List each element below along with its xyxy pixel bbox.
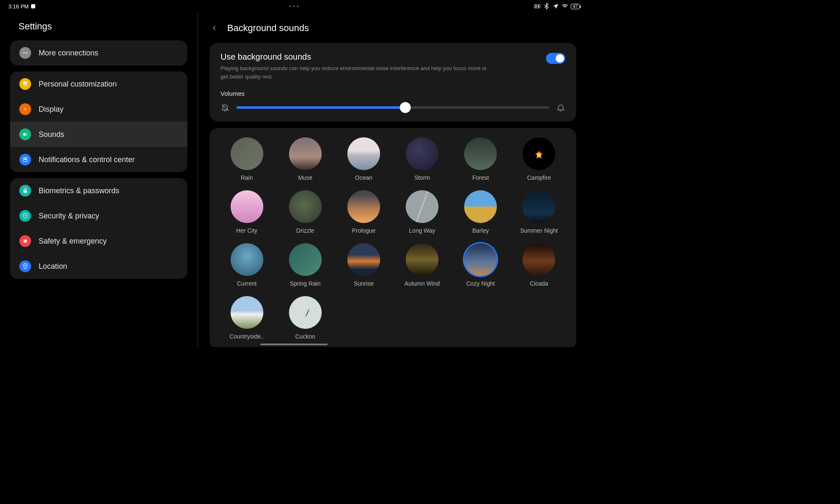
sound-label: Countryside.. bbox=[229, 333, 264, 340]
svg-point-2 bbox=[25, 52, 26, 54]
sound-thumbnail bbox=[289, 243, 322, 276]
sound-option-countryside-[interactable]: Countryside.. bbox=[220, 296, 273, 340]
sound-option-cozy-night[interactable]: Cozy Night bbox=[454, 243, 507, 287]
sidebar-item-personal-customization[interactable]: Personal customization bbox=[10, 71, 187, 97]
sound-option-long-way[interactable]: Long Way bbox=[396, 190, 448, 234]
svg-point-1 bbox=[23, 52, 24, 54]
svg-rect-4 bbox=[23, 81, 27, 84]
sound-icon bbox=[19, 129, 31, 140]
volume-label: Volumes bbox=[220, 90, 565, 97]
svg-rect-8 bbox=[24, 190, 27, 193]
sidebar-item-notifications-control-center[interactable]: Notifications & control center bbox=[10, 147, 187, 172]
sound-option-barley[interactable]: Barley bbox=[454, 190, 507, 234]
sidebar-item-more-connections[interactable]: More connections bbox=[10, 40, 187, 66]
sound-thumbnail bbox=[289, 137, 322, 170]
wifi-icon bbox=[562, 3, 568, 10]
status-time: 3:16 PM bbox=[8, 3, 29, 10]
sound-option-campfire[interactable]: Campfire bbox=[513, 137, 565, 181]
sound-thumbnail bbox=[231, 243, 263, 276]
sound-label: Muse bbox=[298, 174, 312, 181]
sidebar-item-security-privacy[interactable]: Security & privacy bbox=[10, 203, 187, 228]
volume-thumb[interactable] bbox=[400, 102, 411, 113]
sidebar-item-label: Sounds bbox=[39, 130, 64, 139]
sidebar-item-label: Security & privacy bbox=[39, 212, 99, 220]
bluetooth-icon bbox=[543, 3, 550, 10]
location-status-icon bbox=[552, 3, 559, 10]
sound-option-summer-night[interactable]: Summer Night bbox=[513, 190, 565, 234]
background-sounds-panel: Use background sounds Playing background… bbox=[210, 43, 576, 121]
sound-option-ocean[interactable]: Ocean bbox=[337, 137, 390, 181]
sound-label: Her City bbox=[236, 227, 257, 234]
sound-option-current[interactable]: Current bbox=[220, 243, 273, 287]
svg-text:A: A bbox=[24, 107, 27, 111]
page-title: Background sounds bbox=[227, 23, 309, 34]
sound-thumbnail bbox=[522, 137, 555, 170]
sidebar-item-biometrics-passwords[interactable]: Biometrics & passwords bbox=[10, 178, 187, 203]
battery-indicator: 47 bbox=[571, 4, 580, 9]
sound-option-her-city[interactable]: Her City bbox=[220, 190, 273, 234]
sound-option-rain[interactable]: Rain bbox=[220, 137, 273, 181]
sound-label: Cozy Night bbox=[466, 280, 495, 287]
sound-label: Storm bbox=[414, 174, 430, 181]
shield-icon bbox=[19, 210, 31, 222]
sound-option-cuckoo[interactable]: Cuckoo bbox=[279, 296, 331, 340]
sound-thumbnail bbox=[464, 137, 497, 170]
sound-option-sunrise[interactable]: Sunrise bbox=[337, 243, 390, 287]
volume-section: Volumes bbox=[220, 90, 565, 112]
sound-label: Autumn Wind bbox=[404, 280, 440, 287]
sidebar-title: Settings bbox=[10, 17, 187, 40]
sound-thumbnail bbox=[289, 190, 322, 223]
more-icon bbox=[19, 47, 31, 59]
sidebar-item-label: Biometrics & passwords bbox=[39, 186, 119, 195]
sound-option-forest[interactable]: Forest bbox=[454, 137, 507, 181]
status-right: 47 bbox=[534, 3, 580, 10]
use-background-sounds-row: Use background sounds Playing background… bbox=[220, 52, 565, 81]
sound-thumbnail bbox=[406, 190, 438, 223]
sound-thumbnail bbox=[347, 137, 380, 170]
sound-thumbnail bbox=[347, 190, 380, 223]
sidebar-item-label: Display bbox=[39, 105, 63, 114]
sound-label: Cuckoo bbox=[295, 333, 315, 340]
home-indicator[interactable] bbox=[260, 344, 328, 345]
sidebar-item-location[interactable]: Location bbox=[10, 254, 187, 279]
volume-slider[interactable] bbox=[236, 106, 549, 109]
sound-thumbnail bbox=[464, 243, 497, 276]
display-icon: A bbox=[19, 103, 31, 115]
sound-thumbnail bbox=[347, 243, 380, 276]
location-icon bbox=[19, 260, 31, 272]
sound-option-drizzle[interactable]: Drizzle bbox=[279, 190, 331, 234]
sound-thumbnail bbox=[464, 190, 497, 223]
sound-label: Spring Rain bbox=[290, 280, 320, 287]
settings-sidebar[interactable]: Settings More connectionsPersonal custom… bbox=[0, 13, 197, 347]
svg-point-3 bbox=[26, 52, 28, 54]
sound-label: Forest bbox=[472, 174, 489, 181]
toggle-title: Use background sounds bbox=[220, 52, 536, 62]
use-background-sounds-toggle[interactable] bbox=[546, 53, 565, 64]
asterisk-icon bbox=[19, 235, 31, 247]
sound-option-spring-rain[interactable]: Spring Rain bbox=[279, 243, 331, 287]
sound-option-muse[interactable]: Muse bbox=[279, 137, 331, 181]
bell-off-icon bbox=[220, 103, 230, 112]
sidebar-item-sounds[interactable]: Sounds bbox=[10, 122, 187, 147]
sound-option-cicada[interactable]: Cicada bbox=[513, 243, 565, 287]
main-header: Background sounds bbox=[198, 18, 576, 43]
svg-point-10 bbox=[24, 265, 26, 266]
volume-fill bbox=[236, 106, 405, 109]
sound-label: Prologue bbox=[352, 227, 375, 234]
sound-option-autumn-wind[interactable]: Autumn Wind bbox=[396, 243, 448, 287]
sound-option-storm[interactable]: Storm bbox=[396, 137, 448, 181]
sidebar-item-display[interactable]: ADisplay bbox=[10, 97, 187, 122]
sound-thumbnail bbox=[231, 190, 263, 223]
sound-label: Sunrise bbox=[354, 280, 373, 287]
sound-label: Cicada bbox=[530, 280, 549, 287]
chevron-left-icon bbox=[212, 25, 218, 31]
sound-thumbnail bbox=[406, 243, 438, 276]
sidebar-item-safety-emergency[interactable]: Safety & emergency bbox=[10, 228, 187, 254]
toggle-knob bbox=[556, 54, 564, 63]
back-button[interactable] bbox=[210, 23, 220, 33]
status-left: 3:16 PM bbox=[8, 3, 35, 10]
status-page-dots bbox=[289, 5, 299, 7]
lock-icon bbox=[19, 185, 31, 197]
sound-thumbnail bbox=[231, 296, 263, 329]
sound-option-prologue[interactable]: Prologue bbox=[337, 190, 390, 234]
